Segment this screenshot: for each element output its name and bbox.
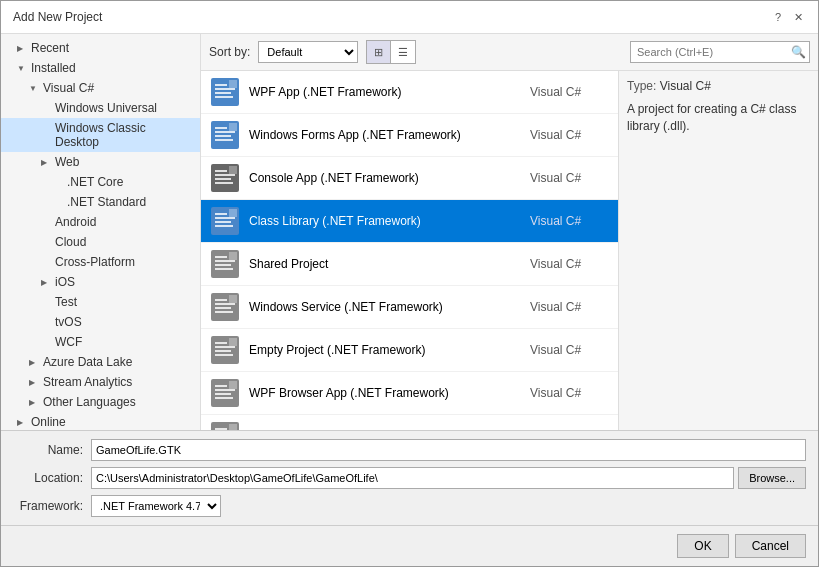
project-icon-windows-service: [209, 291, 241, 323]
project-item-console-app[interactable]: Console App (.NET Framework)Visual C#: [201, 157, 618, 200]
location-input[interactable]: [91, 467, 734, 489]
svg-rect-2: [215, 88, 235, 90]
list-view-button[interactable]: ☰: [391, 41, 415, 63]
sidebar-item-other-languages[interactable]: Other Languages: [1, 392, 200, 412]
name-label: Name:: [13, 443, 83, 457]
sidebar-label: Cloud: [55, 235, 86, 249]
project-lang: Visual C#: [530, 85, 610, 99]
top-bar: Sort by: Default Name Type ⊞ ☰ 🔍: [201, 34, 818, 71]
sidebar-label: Test: [55, 295, 77, 309]
browse-button[interactable]: Browse...: [738, 467, 806, 489]
sidebar-label: tvOS: [55, 315, 82, 329]
sidebar-item-recent[interactable]: Recent: [1, 38, 200, 58]
svg-rect-35: [229, 295, 237, 303]
sidebar: Recent Installed Visual C# Windows Unive…: [1, 34, 201, 430]
project-item-wpf-app[interactable]: WPF App (.NET Framework)Visual C#: [201, 71, 618, 114]
view-toggle: ⊞ ☰: [366, 40, 416, 64]
project-lang: Visual C#: [530, 171, 610, 185]
svg-rect-39: [215, 350, 231, 352]
project-lang: Visual C#: [530, 300, 610, 314]
svg-rect-34: [215, 311, 233, 313]
arrow-icon: [29, 377, 39, 387]
sidebar-item-installed[interactable]: Installed: [1, 58, 200, 78]
add-new-project-dialog: Add New Project ? ✕ Recent Installed Vis…: [0, 0, 819, 567]
svg-rect-4: [215, 96, 233, 98]
sidebar-item-windows-universal[interactable]: Windows Universal: [1, 98, 200, 118]
sidebar-item-test[interactable]: Test: [1, 292, 200, 312]
svg-rect-31: [215, 299, 227, 301]
svg-rect-41: [229, 338, 237, 346]
svg-rect-3: [215, 92, 231, 94]
sidebar-item-azure-data-lake[interactable]: Azure Data Lake: [1, 352, 200, 372]
sidebar-item-cross-platform[interactable]: Cross-Platform: [1, 252, 200, 272]
sidebar-item-wcf[interactable]: WCF: [1, 332, 200, 352]
close-button[interactable]: ✕: [790, 9, 806, 25]
sidebar-item-net-core[interactable]: .NET Core: [1, 172, 200, 192]
type-description: A project for creating a C# class librar…: [627, 101, 810, 135]
sort-label: Sort by:: [209, 45, 250, 59]
cancel-button[interactable]: Cancel: [735, 534, 806, 558]
help-button[interactable]: ?: [770, 9, 786, 25]
project-item-wpf-custom[interactable]: WPF Custom Control Library (.NET Framewo…: [201, 415, 618, 430]
svg-rect-11: [229, 123, 237, 131]
grid-view-button[interactable]: ⊞: [367, 41, 391, 63]
svg-rect-21: [215, 221, 231, 223]
arrow-icon: [17, 63, 27, 73]
sidebar-item-online[interactable]: Online: [1, 412, 200, 430]
svg-rect-44: [215, 389, 235, 391]
name-input[interactable]: [91, 439, 806, 461]
sidebar-label: Azure Data Lake: [43, 355, 132, 369]
arrow-icon: [29, 83, 39, 93]
right-panel: Type: Visual C# A project for creating a…: [618, 71, 818, 430]
sidebar-item-visual-csharp[interactable]: Visual C#: [1, 78, 200, 98]
framework-select[interactable]: .NET Framework 4.7.1 .NET Framework 4.7 …: [91, 495, 221, 517]
sidebar-label: Other Languages: [43, 395, 136, 409]
project-icon-console-app: [209, 162, 241, 194]
project-name: Windows Service (.NET Framework): [249, 300, 530, 314]
sidebar-label: Stream Analytics: [43, 375, 132, 389]
svg-rect-5: [229, 80, 237, 88]
search-input[interactable]: [631, 46, 787, 58]
svg-rect-17: [229, 166, 237, 174]
project-name: WPF Browser App (.NET Framework): [249, 386, 530, 400]
sidebar-label: Installed: [31, 61, 76, 75]
sidebar-item-net-standard[interactable]: .NET Standard: [1, 192, 200, 212]
svg-rect-46: [215, 397, 233, 399]
svg-rect-25: [215, 256, 227, 258]
svg-rect-37: [215, 342, 227, 344]
grid-icon: ⊞: [374, 46, 383, 59]
project-item-windows-service[interactable]: Windows Service (.NET Framework)Visual C…: [201, 286, 618, 329]
project-icon-shared-project: [209, 248, 241, 280]
search-icon[interactable]: 🔍: [787, 41, 809, 63]
sidebar-label: Web: [55, 155, 79, 169]
sidebar-item-cloud[interactable]: Cloud: [1, 232, 200, 252]
framework-label: Framework:: [13, 499, 83, 513]
project-lang: Visual C#: [530, 343, 610, 357]
location-row: Location: Browse...: [13, 467, 806, 489]
form-section: Name: Location: Browse... Framework: .NE…: [1, 430, 818, 525]
svg-rect-19: [215, 213, 227, 215]
sidebar-item-windows-classic-desktop[interactable]: Windows Classic Desktop: [1, 118, 200, 152]
project-item-shared-project[interactable]: Shared ProjectVisual C#: [201, 243, 618, 286]
project-item-wpf-browser[interactable]: WPF Browser App (.NET Framework)Visual C…: [201, 372, 618, 415]
ok-button[interactable]: OK: [677, 534, 728, 558]
svg-rect-38: [215, 346, 235, 348]
sidebar-item-android[interactable]: Android: [1, 212, 200, 232]
svg-rect-32: [215, 303, 235, 305]
search-box: 🔍: [630, 41, 810, 63]
project-icon-class-library: [209, 205, 241, 237]
project-icon-wpf-browser: [209, 377, 241, 409]
project-item-empty-project[interactable]: Empty Project (.NET Framework)Visual C#: [201, 329, 618, 372]
svg-rect-14: [215, 174, 235, 176]
sidebar-item-tvos[interactable]: tvOS: [1, 312, 200, 332]
sort-select[interactable]: Default Name Type: [258, 41, 358, 63]
name-row: Name:: [13, 439, 806, 461]
sidebar-item-stream-analytics[interactable]: Stream Analytics: [1, 372, 200, 392]
list-icon: ☰: [398, 46, 408, 59]
arrow-icon: [29, 357, 39, 367]
project-item-class-library[interactable]: Class Library (.NET Framework)Visual C#: [201, 200, 618, 243]
svg-rect-1: [215, 84, 227, 86]
sidebar-item-ios[interactable]: iOS: [1, 272, 200, 292]
sidebar-item-web[interactable]: Web: [1, 152, 200, 172]
project-item-winforms-app[interactable]: Windows Forms App (.NET Framework)Visual…: [201, 114, 618, 157]
